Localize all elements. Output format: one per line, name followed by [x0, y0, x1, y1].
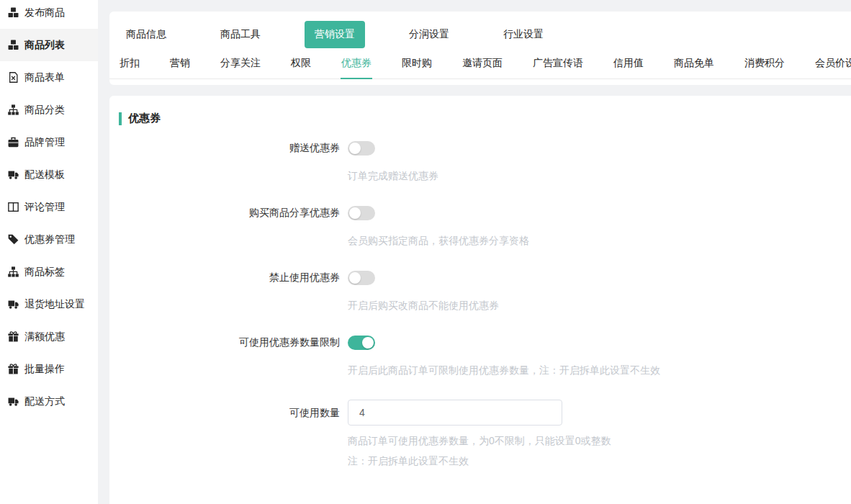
field-forbid-coupon: 禁止使用优惠券 开启后购买改商品不能使用优惠券	[109, 270, 851, 310]
sidebar-item-goods-list[interactable]: 商品列表	[0, 29, 98, 61]
subtab-ad-slogan[interactable]: 广告宣传语	[532, 50, 584, 78]
field-hint: 商品订单可使用优惠券数量，为0不限制，只能设置0或整数	[109, 436, 851, 446]
field-hint-note: 注：开启拆单此设置不生效	[109, 456, 851, 466]
section-header: 优惠券	[119, 112, 851, 125]
tabs-panel: 商品信息 商品工具 营销设置 分润设置 行业设置 折扣 营销 分享关注 权限 优…	[109, 12, 851, 85]
sidebar-item-goods-form[interactable]: 商品表单	[0, 61, 98, 94]
buy-share-coupon-toggle[interactable]	[348, 206, 375, 220]
field-label: 赠送优惠券	[109, 142, 340, 155]
gift-coupon-toggle[interactable]	[348, 141, 375, 156]
sidebar-item-label: 满额优惠	[24, 330, 65, 343]
toggle-knob	[349, 207, 361, 219]
tab-goods-info[interactable]: 商品信息	[116, 21, 176, 48]
field-usable-count: 可使用数量 商品订单可使用优惠券数量，为0不限制，只能设置0或整数 注：开启拆单…	[109, 400, 851, 466]
tab-marketing-settings[interactable]: 营销设置	[305, 21, 365, 48]
sidebar-item-label: 商品表单	[24, 71, 65, 84]
sidebar-item-return-address-settings[interactable]: 退货地址设置	[0, 288, 98, 320]
sitemap-icon	[8, 104, 19, 115]
sidebar-item-goods-category[interactable]: 商品分类	[0, 94, 98, 126]
usable-count-input[interactable]	[348, 400, 562, 426]
field-label: 购买商品分享优惠券	[109, 207, 340, 220]
subtab-member-price-settings[interactable]: 会员价设置	[814, 50, 851, 78]
sidebar-item-label: 退货地址设置	[24, 298, 85, 311]
truck-icon	[8, 396, 19, 407]
sidebar-item-shipping-methods[interactable]: 配送方式	[0, 385, 98, 418]
field-hint: 订单完成赠送优惠券	[109, 171, 851, 181]
sidebar-item-goods-tags[interactable]: 商品标签	[0, 256, 98, 288]
field-hint: 开启后此商品订单可限制使用优惠券数量，注：开启拆单此设置不生效	[109, 365, 851, 375]
field-gift-coupon: 赠送优惠券 订单完成赠送优惠券	[109, 140, 851, 181]
subtab-discount[interactable]: 折扣	[119, 50, 140, 78]
sidebar-item-label: 优惠券管理	[24, 233, 75, 246]
forbid-coupon-toggle[interactable]	[348, 271, 375, 285]
sidebar: 发布商品 商品列表 商品表单 商品分类 品牌管理 配送模板 评论管理	[0, 0, 98, 504]
briefcase-icon	[8, 137, 19, 148]
sitemap-icon	[8, 266, 19, 277]
coupon-quantity-limit-toggle[interactable]	[348, 336, 375, 350]
field-coupon-quantity-limit: 可使用优惠券数量限制 开启后此商品订单可限制使用优惠券数量，注：开启拆单此设置不…	[109, 335, 851, 375]
subtab-invite-page[interactable]: 邀请页面	[461, 50, 503, 78]
section-accent-bar	[119, 112, 122, 125]
sidebar-item-label: 品牌管理	[24, 136, 65, 149]
secondary-tabs: 折扣 营销 分享关注 权限 优惠券 限时购 邀请页面 广告宣传语 信用值 商品免…	[109, 50, 851, 79]
sidebar-item-label: 商品分类	[24, 104, 65, 117]
sidebar-item-coupon-management[interactable]: 优惠券管理	[0, 223, 98, 256]
subtab-flash-sale[interactable]: 限时购	[401, 50, 433, 78]
truck-icon	[8, 169, 19, 180]
sidebar-item-label: 批量操作	[24, 363, 65, 376]
tab-goods-tools[interactable]: 商品工具	[210, 21, 271, 48]
subtab-coupon[interactable]: 优惠券	[341, 50, 372, 78]
field-label: 禁止使用优惠券	[109, 271, 340, 284]
subtab-share-follow[interactable]: 分享关注	[220, 50, 261, 78]
sidebar-item-shipping-template[interactable]: 配送模板	[0, 158, 98, 191]
subtab-credit-value[interactable]: 信用值	[613, 50, 644, 78]
coupon-settings-panel: 优惠券 赠送优惠券 订单完成赠送优惠券 购买商品分享优惠券 会员购买指定商品，获…	[109, 96, 851, 504]
sidebar-item-label: 配送模板	[24, 168, 65, 181]
subtab-permissions[interactable]: 权限	[290, 50, 312, 78]
field-hint: 会员购买指定商品，获得优惠券分享资格	[109, 235, 851, 246]
sidebar-item-brand-management[interactable]: 品牌管理	[0, 126, 98, 158]
sidebar-item-label: 发布商品	[24, 6, 65, 19]
sidebar-menu: 发布商品 商品列表 商品表单 商品分类 品牌管理 配送模板 评论管理	[0, 0, 98, 418]
toggle-knob	[349, 143, 361, 154]
sidebar-item-full-amount-discount[interactable]: 满额优惠	[0, 320, 98, 353]
sidebar-item-batch-operations[interactable]: 批量操作	[0, 353, 98, 385]
cubes-icon	[8, 40, 19, 50]
field-label: 可使用优惠券数量限制	[109, 336, 340, 349]
field-label: 可使用数量	[109, 400, 340, 426]
columns-icon	[8, 202, 19, 212]
sidebar-item-publish-goods[interactable]: 发布商品	[0, 0, 98, 29]
section-title: 优惠券	[128, 112, 161, 125]
tab-profit-settings[interactable]: 分润设置	[399, 21, 459, 48]
gift-icon	[8, 364, 19, 374]
sidebar-item-label: 商品列表	[24, 39, 65, 52]
tag-icon	[8, 234, 19, 245]
primary-tabs: 商品信息 商品工具 营销设置 分润设置 行业设置	[109, 12, 851, 49]
sidebar-item-label: 评论管理	[24, 201, 65, 214]
tab-industry-settings[interactable]: 行业设置	[493, 21, 554, 48]
file-x-icon	[8, 72, 19, 83]
gift-icon	[8, 331, 19, 342]
toggle-knob	[349, 272, 361, 284]
subtab-consumption-points[interactable]: 消费积分	[744, 50, 785, 78]
cubes-icon	[8, 7, 19, 18]
field-buy-share-coupon: 购买商品分享优惠券 会员购买指定商品，获得优惠券分享资格	[109, 205, 851, 246]
sidebar-item-label: 配送方式	[24, 395, 65, 408]
subtab-goods-free-order[interactable]: 商品免单	[673, 50, 715, 78]
subtab-marketing[interactable]: 营销	[169, 50, 191, 78]
field-hint: 开启后购买改商品不能使用优惠券	[109, 300, 851, 310]
sidebar-item-review-management[interactable]: 评论管理	[0, 191, 98, 223]
truck-icon	[8, 299, 19, 310]
toggle-knob	[362, 337, 374, 348]
sidebar-item-label: 商品标签	[24, 266, 65, 279]
